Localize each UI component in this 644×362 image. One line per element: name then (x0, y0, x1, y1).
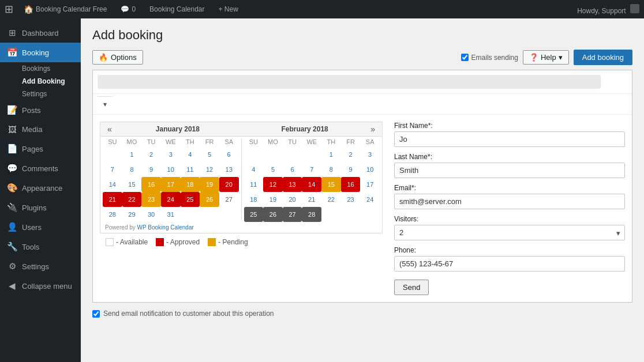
table-row[interactable]: 22 (321, 192, 341, 207)
powered-by-link[interactable]: WP Booking Calendar (137, 224, 194, 231)
table-row[interactable]: 19 (200, 177, 219, 192)
comments-bar-item[interactable]: 💬 0 (117, 0, 139, 18)
table-row[interactable]: 20 (283, 192, 302, 207)
table-row[interactable]: 5 (200, 147, 219, 162)
table-row[interactable]: 28 (302, 207, 321, 222)
help-button[interactable]: ❓ Help ▾ (523, 50, 569, 65)
email-input[interactable] (394, 194, 625, 209)
sidebar-sub-settings[interactable]: Settings (0, 88, 81, 100)
table-row[interactable]: 26 (200, 192, 219, 207)
table-row[interactable]: 3 (360, 147, 380, 162)
table-row[interactable]: 24 (360, 192, 380, 207)
booking-calendar-free-label: Booking Calendar Free (36, 5, 107, 13)
wp-logo-icon[interactable]: ⊞ (5, 3, 13, 16)
table-row[interactable]: 6 (283, 162, 302, 177)
table-row[interactable]: 2 (141, 147, 161, 162)
table-row[interactable]: 30 (141, 207, 161, 222)
table-row[interactable]: 29 (122, 207, 142, 222)
table-row[interactable]: 5 (263, 162, 283, 177)
sidebar-sub-add-booking[interactable]: Add Booking (0, 75, 81, 88)
table-row[interactable]: 25 (244, 207, 264, 222)
table-row[interactable]: 27 (219, 192, 239, 207)
legend-pending: - Pending (208, 238, 248, 246)
table-row[interactable]: 17 (360, 177, 380, 192)
last-name-input[interactable] (394, 163, 625, 178)
emails-sending-checkbox[interactable] (461, 54, 469, 61)
table-row[interactable]: 24 (161, 192, 181, 207)
new-bar-item[interactable]: + New (215, 0, 242, 18)
table-row[interactable]: 25 (181, 192, 200, 207)
table-row[interactable]: 12 (200, 162, 219, 177)
table-row[interactable]: 31 (161, 207, 181, 222)
table-row[interactable]: 12 (263, 177, 283, 192)
table-row[interactable]: 14 (302, 177, 321, 192)
table-row[interactable]: 28 (103, 207, 122, 222)
add-booking-button[interactable]: Add booking (574, 50, 632, 65)
table-row[interactable]: 23 (141, 192, 161, 207)
next-nav-button[interactable]: » (368, 125, 377, 134)
table-row[interactable]: 18 (181, 177, 200, 192)
table-row[interactable]: 18 (244, 192, 264, 207)
sidebar-item-pages[interactable]: 📄 Pages (0, 139, 81, 159)
table-row[interactable]: 20 (219, 177, 239, 192)
table-row[interactable]: 16 (341, 177, 361, 192)
table-row[interactable]: 26 (263, 207, 283, 222)
prev-nav-button[interactable]: « (105, 125, 114, 134)
table-row[interactable]: 21 (103, 192, 122, 207)
sidebar-item-settings[interactable]: ⚙ Settings (0, 257, 81, 276)
collapse-arrow-button[interactable]: ▾ (98, 96, 113, 112)
table-row[interactable]: 22 (122, 192, 142, 207)
table-row[interactable]: 16 (141, 177, 161, 192)
table-row[interactable]: 23 (341, 192, 361, 207)
table-row[interactable]: 10 (360, 162, 380, 177)
sidebar-item-tools[interactable]: 🔧 Tools (0, 237, 81, 257)
sidebar-item-posts[interactable]: 📝 Posts (0, 100, 81, 120)
sidebar-item-booking[interactable]: 📅 Booking (0, 43, 81, 62)
table-row[interactable]: 7 (103, 162, 122, 177)
table-row[interactable]: 8 (122, 162, 142, 177)
table-row[interactable]: 21 (302, 192, 321, 207)
phone-input[interactable] (394, 256, 625, 272)
table-row[interactable]: 13 (283, 177, 302, 192)
table-row[interactable]: 1 (321, 147, 341, 162)
table-row[interactable]: 14 (103, 177, 122, 192)
jan-th-fr: FR (200, 137, 219, 147)
sidebar-item-appearance[interactable]: 🎨 Appearance (0, 178, 81, 198)
table-row[interactable]: 9 (141, 162, 161, 177)
table-row[interactable]: 4 (181, 147, 200, 162)
table-row[interactable]: 2 (341, 147, 361, 162)
table-row[interactable]: 11 (244, 177, 264, 192)
sidebar-item-comments[interactable]: 💬 Comments (0, 159, 81, 178)
notification-checkbox[interactable] (92, 310, 100, 318)
send-button[interactable]: Send (394, 280, 429, 295)
toolbar-right: Emails sending ❓ Help ▾ Add booking (461, 50, 632, 65)
table-row[interactable]: 27 (283, 207, 302, 222)
table-row[interactable]: 13 (219, 162, 239, 177)
table-row[interactable]: 7 (302, 162, 321, 177)
visitors-select[interactable]: 1 2 3 4 (394, 225, 625, 240)
feb-th-sa: SA (360, 137, 380, 147)
table-row[interactable]: 11 (181, 162, 200, 177)
sidebar-sub-bookings[interactable]: Bookings (0, 62, 81, 75)
table-row[interactable]: 15 (122, 177, 142, 192)
first-name-input[interactable] (394, 131, 625, 147)
table-row[interactable]: 8 (321, 162, 341, 177)
table-row[interactable]: 10 (161, 162, 181, 177)
sidebar-item-dashboard[interactable]: ⊞ Dashboard (0, 23, 81, 43)
sidebar-item-collapse[interactable]: ◀ Collapse menu (0, 276, 81, 296)
options-button[interactable]: 🔥 Options (92, 50, 143, 65)
sidebar-item-users[interactable]: 👤 Users (0, 217, 81, 237)
home-bar-item[interactable]: 🏠 Booking Calendar Free (20, 0, 110, 18)
table-row[interactable]: 17 (161, 177, 181, 192)
table-row[interactable]: 9 (341, 162, 361, 177)
two-months-grid: SU MO TU WE TH FR SA (100, 137, 382, 222)
table-row[interactable]: 4 (244, 162, 264, 177)
sidebar-item-media[interactable]: 🖼 Media (0, 120, 81, 139)
sidebar-item-plugins[interactable]: 🔌 Plugins (0, 198, 81, 217)
table-row[interactable]: 1 (122, 147, 142, 162)
table-row[interactable]: 15 (321, 177, 341, 192)
table-row[interactable]: 6 (219, 147, 239, 162)
table-row[interactable]: 3 (161, 147, 181, 162)
table-row[interactable]: 19 (263, 192, 283, 207)
booking-calendar-bar-item[interactable]: Booking Calendar (146, 0, 208, 18)
